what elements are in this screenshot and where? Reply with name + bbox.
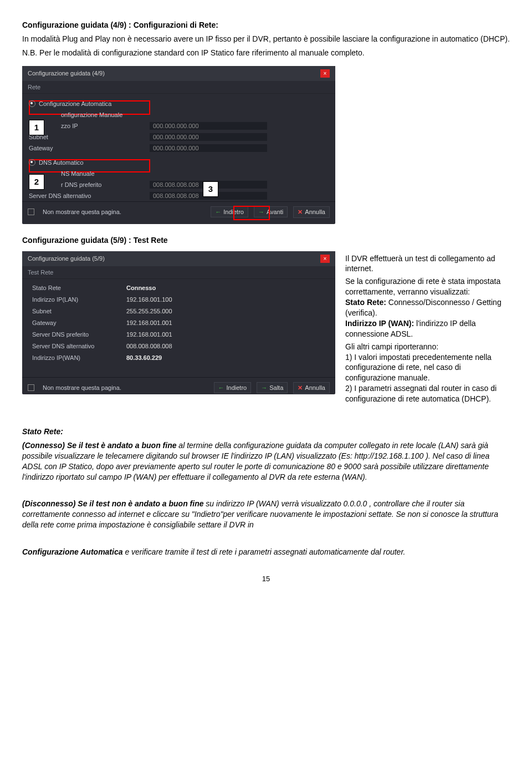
field-row: Server DNS alternativo 008.008.008.008 xyxy=(29,190,330,201)
arrow-left-icon: ← xyxy=(218,384,224,391)
nb-line: N.B. Per le modalità di configurazione s… xyxy=(22,48,510,58)
dialog-subtitle: Rete xyxy=(22,81,335,94)
x-icon: ✕ xyxy=(298,209,303,216)
marker-1: 1 xyxy=(29,120,44,135)
dnsalt-label: Server DNS alternativo xyxy=(32,343,126,349)
dialog-title-bar: Configurazione guidata (4/9) × xyxy=(22,66,335,81)
noshow-checkbox[interactable] xyxy=(28,384,34,391)
arrow-left-icon: ← xyxy=(215,209,221,215)
radio-manual-label: onfigurazione Manuale xyxy=(61,111,122,118)
subnet-input[interactable]: 000.000.000.000 xyxy=(150,133,267,141)
next-button[interactable]: →Avanti xyxy=(254,206,288,217)
rt-p3: Gli altri campi riporteranno: 1) I valor… xyxy=(345,342,510,404)
gateway-input[interactable]: 000.000.000.000 xyxy=(150,144,267,152)
intro-paragraph: In modalità Plug and Play non è necessar… xyxy=(22,34,510,44)
back-button[interactable]: ←Indietro xyxy=(211,206,248,217)
disconnesso-para: (Disconnesso) Se il test non è andato a … xyxy=(22,499,510,530)
ipwan-value: 80.33.60.229 xyxy=(126,354,162,361)
side-text: Il DVR effettuerà un test di collegament… xyxy=(345,251,510,407)
heading-config-4-9: Configurazione guidata (4/9) : Configura… xyxy=(22,20,510,31)
cancel-button[interactable]: ✕Annulla xyxy=(293,382,330,394)
gateway-label: Gateway xyxy=(32,319,126,326)
field-row: Subnet 000.000.000.000 xyxy=(29,131,330,143)
marker-3: 3 xyxy=(203,181,218,197)
field-row: r DNS preferito 008.008.008.008 xyxy=(61,179,330,190)
dnspref-value: 192.168.001.001 xyxy=(126,331,172,338)
radio-dns-auto[interactable] xyxy=(29,159,35,166)
screenshot-config-4-9: 1 2 3 Configurazione guidata (4/9) × Ret… xyxy=(22,66,335,224)
heading-config-5-9: Configurazione guidata (5/9) : Test Rete xyxy=(22,235,510,246)
page-number: 15 xyxy=(22,574,510,584)
dns-pref-label: r DNS preferito xyxy=(61,181,150,188)
dns-alt-label: Server DNS alternativo xyxy=(29,192,150,199)
radio-row: onfigurazione Manuale xyxy=(61,109,330,120)
subnet-label: Subnet xyxy=(29,134,150,140)
cancel-button[interactable]: ✕Annulla xyxy=(293,206,330,218)
noshow-checkbox[interactable] xyxy=(28,209,34,215)
radio-dns-auto-label: DNS Automatico xyxy=(39,159,84,166)
field-row: Gateway 000.000.000.000 xyxy=(29,143,330,154)
radio-auto-config[interactable] xyxy=(29,100,35,107)
dialog-footer: Non mostrare questa pagina. ←Indietro →A… xyxy=(22,201,335,222)
radio-row: NS Manuale xyxy=(61,168,330,179)
stato-rete-heading: Stato Rete: xyxy=(22,426,510,437)
gateway-value: 192.168.001.001 xyxy=(126,319,172,326)
x-icon: ✕ xyxy=(298,384,303,392)
iplan-value: 192.168.001.100 xyxy=(126,296,172,303)
radio-row: DNS Automatico xyxy=(29,157,330,168)
connesso-para: (Connesso) Se il test è andato a buon fi… xyxy=(22,440,510,482)
stato-value: Connesso xyxy=(126,285,156,291)
dialog-title: Configurazione guidata (5/9) xyxy=(28,255,105,262)
noshow-label: Non mostrare questa pagina. xyxy=(43,384,121,391)
dialog-subtitle: Test Rete xyxy=(22,266,335,279)
arrow-right-icon: → xyxy=(258,209,264,215)
dialog-title-bar: Configurazione guidata (5/9) × xyxy=(22,251,335,266)
noshow-label: Non mostrare questa pagina. xyxy=(43,209,121,215)
conf-auto-line: Configurazione Automatica e verificare t… xyxy=(22,547,510,557)
subnet-label: Subnet xyxy=(32,308,126,314)
skip-button[interactable]: →Salta xyxy=(257,382,288,393)
dnspref-label: Server DNS preferito xyxy=(32,331,126,338)
ipwan-label: Indirizzo IP(WAN) xyxy=(32,354,126,361)
ip-label: zzo IP xyxy=(61,123,150,129)
gateway-label: Gateway xyxy=(29,145,150,151)
ip-input[interactable]: 000.000.000.000 xyxy=(150,122,267,130)
arrow-right-icon: → xyxy=(261,384,267,391)
rt-p1: Il DVR effettuerà un test di collegament… xyxy=(345,253,510,275)
close-icon[interactable]: × xyxy=(320,69,330,78)
field-row: zzo IP 000.000.000.000 xyxy=(61,120,330,131)
close-icon[interactable]: × xyxy=(320,255,330,263)
radio-dns-manual-label: NS Manuale xyxy=(61,170,95,177)
radio-auto-label: Configurazione Automatica xyxy=(39,100,111,107)
screenshot-config-5-9: Configurazione guidata (5/9) × Test Rete… xyxy=(22,251,335,394)
dialog-footer: Non mostrare questa pagina. ←Indietro →S… xyxy=(22,377,335,398)
marker-2: 2 xyxy=(29,174,44,190)
iplan-label: Indirizzo IP(LAN) xyxy=(32,296,126,303)
stato-label: Stato Rete xyxy=(32,285,126,291)
dnsalt-value: 008.008.008.008 xyxy=(126,343,172,349)
back-button[interactable]: ←Indietro xyxy=(214,382,252,393)
rt-p2: Se la configurazione di rete è stata imp… xyxy=(345,276,510,339)
subnet-value: 255.255.255.000 xyxy=(126,308,172,314)
radio-row: Configurazione Automatica xyxy=(29,98,330,109)
dialog-title: Configurazione guidata (4/9) xyxy=(28,70,105,77)
